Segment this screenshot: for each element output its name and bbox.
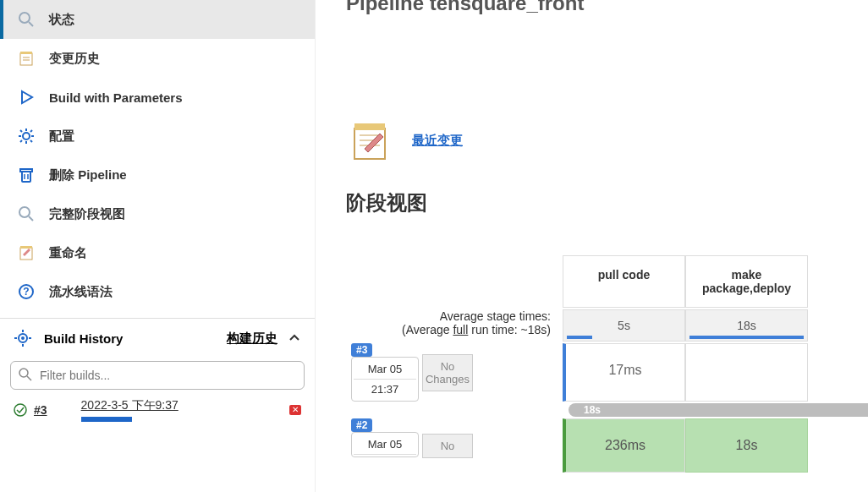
notepad-large-icon (346, 117, 393, 164)
build-date[interactable]: 2022-3-5 下午9:37 (81, 398, 179, 413)
delete-icon[interactable]: ✕ (289, 405, 301, 415)
nav-label: Build with Parameters (49, 90, 183, 105)
stage-cell[interactable]: 18s (685, 418, 808, 473)
svg-line-33 (27, 376, 31, 380)
no-changes-badge: No Changes (422, 354, 473, 391)
run-badge[interactable]: #2 (351, 418, 372, 432)
notepad-icon (17, 49, 36, 68)
page-title: Pipeline tensquare_front (346, 0, 868, 15)
run-date: Mar 05 (354, 435, 416, 455)
svg-rect-17 (20, 169, 32, 172)
nav-label: 完整阶段视图 (49, 206, 125, 222)
trash-icon (17, 166, 36, 184)
nav-label: 配置 (49, 128, 74, 145)
help-icon: ? (17, 282, 36, 301)
avg-stage-label: Average stage times: (346, 309, 551, 323)
build-history-link[interactable]: 构建历史 (227, 331, 277, 347)
stage-table: pull code make package,deploy Average st… (346, 255, 868, 473)
nav-syntax[interactable]: ? 流水线语法 (0, 272, 315, 311)
svg-rect-36 (354, 123, 385, 130)
stage-cell[interactable]: 236ms (563, 418, 685, 473)
nav-changes[interactable]: 变更历史 (0, 39, 315, 78)
edit-icon (17, 243, 36, 262)
success-icon (14, 403, 27, 417)
stage-cell[interactable]: 17ms (563, 343, 685, 402)
stage-view-title: 阶段视图 (346, 189, 868, 216)
stage-column-header: make package,deploy (685, 255, 808, 308)
svg-line-15 (20, 140, 22, 142)
no-changes-badge: No (422, 434, 473, 458)
nav-full-stage[interactable]: 完整阶段视图 (0, 194, 315, 233)
svg-line-13 (30, 140, 32, 142)
svg-text:?: ? (23, 286, 29, 298)
svg-point-7 (23, 133, 30, 139)
svg-rect-23 (20, 246, 32, 249)
svg-point-27 (21, 336, 25, 340)
svg-point-0 (19, 13, 30, 23)
nav-configure[interactable]: 配置 (0, 117, 315, 156)
nav-label: 状态 (49, 12, 74, 28)
stage-avg-cell: 5s (563, 309, 685, 342)
stage-avg-cell: 18s (685, 309, 808, 342)
gear-icon (17, 127, 36, 145)
nav-rename[interactable]: 重命名 (0, 233, 315, 272)
svg-point-34 (14, 404, 26, 416)
svg-point-32 (19, 369, 28, 377)
stage-cell[interactable] (685, 343, 808, 402)
run-date: Mar 05 (354, 359, 416, 380)
chevron-up-icon[interactable] (288, 331, 301, 345)
svg-rect-16 (22, 172, 30, 182)
timeline-bar: 18s (569, 403, 868, 417)
run-info: Mar 05 (351, 432, 419, 457)
recent-changes-link[interactable]: 最近变更 (412, 133, 463, 149)
nav-label: 变更历史 (49, 51, 100, 67)
filter-builds-input[interactable] (10, 361, 305, 390)
svg-point-20 (19, 207, 30, 217)
run-info: Mar 05 21:37 (351, 357, 419, 402)
svg-rect-2 (20, 53, 32, 65)
nav-label: 重命名 (49, 245, 87, 261)
svg-marker-6 (22, 91, 32, 103)
build-progress-bar (81, 417, 132, 422)
svg-line-14 (30, 130, 32, 132)
target-icon (14, 329, 32, 347)
build-row[interactable]: #3 2022-3-5 下午9:37 ✕ (0, 393, 315, 427)
search-icon (19, 368, 32, 381)
svg-line-21 (29, 216, 33, 221)
build-history-title: Build History (44, 331, 123, 346)
build-number-link[interactable]: #3 (34, 403, 47, 417)
stage-column-header: pull code (563, 255, 685, 308)
svg-rect-3 (20, 52, 32, 54)
nav-status[interactable]: 状态 (0, 0, 315, 39)
nav-delete[interactable]: 删除 Pipeline (0, 156, 315, 194)
svg-line-12 (20, 130, 22, 132)
svg-line-1 (29, 22, 33, 26)
nav-label: 流水线语法 (49, 284, 113, 300)
nav-build-params[interactable]: Build with Parameters (0, 78, 315, 117)
avg-full-label: (Average full run time: ~18s) (402, 323, 551, 336)
search-icon (17, 10, 36, 29)
search-icon (17, 205, 36, 223)
play-icon (17, 88, 36, 107)
run-badge[interactable]: #3 (351, 343, 372, 357)
run-time: 21:37 (354, 380, 416, 399)
build-history-header: Build History 构建历史 (0, 318, 315, 358)
nav-label: 删除 Pipeline (49, 167, 127, 183)
